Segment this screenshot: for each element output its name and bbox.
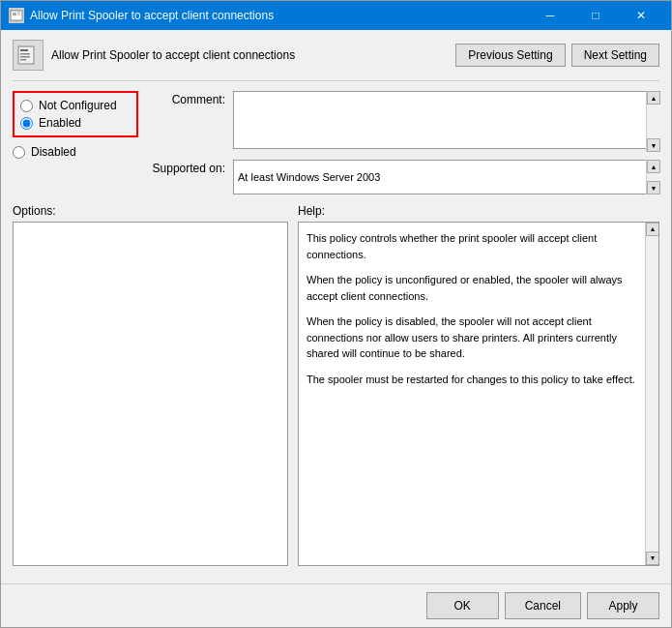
supported-scroll-down[interactable]: ▼ [647, 181, 660, 194]
help-p3: When the policy is disabled, the spooler… [307, 314, 639, 362]
options-help-section: Options: Help: This policy controls whet… [13, 204, 659, 566]
title-bar-title: Allow Print Spooler to accept client con… [30, 9, 274, 22]
comment-label: Comment: [148, 91, 225, 106]
help-p2: When the policy is unconfigured or enabl… [307, 272, 639, 304]
close-button[interactable]: ✕ [619, 6, 663, 25]
help-section: Help: This policy controls whether the p… [298, 204, 659, 566]
comment-scroll-down[interactable]: ▼ [647, 138, 660, 152]
disabled-label: Disabled [31, 145, 76, 159]
help-box: This policy controls whether the print s… [298, 222, 659, 566]
header-title: Allow Print Spooler to accept client con… [51, 48, 295, 62]
footer: OK Cancel Apply [1, 583, 671, 627]
enabled-radio[interactable] [20, 117, 33, 130]
disabled-option[interactable]: Disabled [13, 143, 138, 161]
comment-row: Comment: ▲ ▼ [148, 91, 659, 152]
comment-scroll-up[interactable]: ▲ [647, 91, 660, 105]
comment-textarea-wrapper: ▲ ▼ [233, 91, 659, 152]
not-configured-label: Not Configured [39, 99, 117, 112]
help-scrollbar: ▲ ▼ [645, 223, 658, 565]
right-panel: Comment: ▲ ▼ Supported on: At least Wind… [148, 91, 659, 194]
main-window: Allow Print Spooler to accept client con… [0, 0, 672, 628]
ok-button[interactable]: OK [426, 592, 499, 619]
previous-setting-button[interactable]: Previous Setting [455, 44, 565, 67]
title-bar-controls: ─ □ ✕ [528, 6, 663, 25]
enabled-label: Enabled [39, 116, 81, 130]
help-scroll-down[interactable]: ▼ [646, 552, 659, 565]
not-configured-radio[interactable] [20, 100, 33, 112]
svg-rect-5 [20, 49, 28, 51]
header-buttons: Previous Setting Next Setting [455, 44, 659, 67]
help-scroll-up[interactable]: ▲ [646, 223, 659, 236]
title-bar: Allow Print Spooler to accept client con… [1, 1, 671, 30]
supported-label: Supported on: [148, 160, 225, 175]
cancel-button[interactable]: Cancel [505, 592, 581, 619]
svg-rect-8 [20, 59, 26, 61]
left-panel: Not Configured Enabled Disabled [13, 91, 138, 194]
comment-textarea[interactable] [233, 91, 659, 149]
radio-group: Not Configured Enabled [13, 91, 138, 137]
svg-rect-6 [20, 53, 30, 55]
main-config-section: Not Configured Enabled Disabled Comment: [13, 91, 659, 194]
supported-value: At least Windows Server 2003 [233, 160, 659, 194]
header-divider [13, 80, 659, 81]
header-left: Allow Print Spooler to accept client con… [13, 40, 295, 71]
title-bar-left: Allow Print Spooler to accept client con… [9, 8, 274, 23]
header-section: Allow Print Spooler to accept client con… [13, 40, 659, 71]
content-area: Allow Print Spooler to accept client con… [1, 30, 671, 576]
options-section: Options: [13, 204, 288, 566]
supported-wrapper: At least Windows Server 2003 ▲ ▼ [233, 160, 659, 194]
comment-scrollbar: ▲ ▼ [646, 91, 659, 152]
window-icon [9, 8, 24, 23]
svg-rect-1 [13, 13, 16, 15]
disabled-radio[interactable] [13, 146, 25, 159]
svg-rect-4 [18, 46, 34, 64]
help-p4: The spooler must be restarted for change… [307, 372, 639, 388]
svg-rect-7 [20, 56, 30, 58]
enabled-option[interactable]: Enabled [20, 114, 131, 132]
help-label: Help: [298, 204, 659, 218]
help-p1: This policy controls whether the print s… [307, 230, 639, 262]
not-configured-option[interactable]: Not Configured [20, 97, 131, 114]
options-box [13, 222, 288, 566]
supported-scroll-up[interactable]: ▲ [647, 160, 660, 173]
supported-scrollbar: ▲ ▼ [646, 160, 659, 194]
policy-icon [13, 40, 44, 71]
apply-button[interactable]: Apply [587, 592, 659, 619]
next-setting-button[interactable]: Next Setting [571, 44, 659, 67]
maximize-button[interactable]: □ [573, 6, 618, 25]
minimize-button[interactable]: ─ [528, 6, 572, 25]
options-label: Options: [13, 204, 288, 218]
supported-row: Supported on: At least Windows Server 20… [148, 160, 659, 194]
